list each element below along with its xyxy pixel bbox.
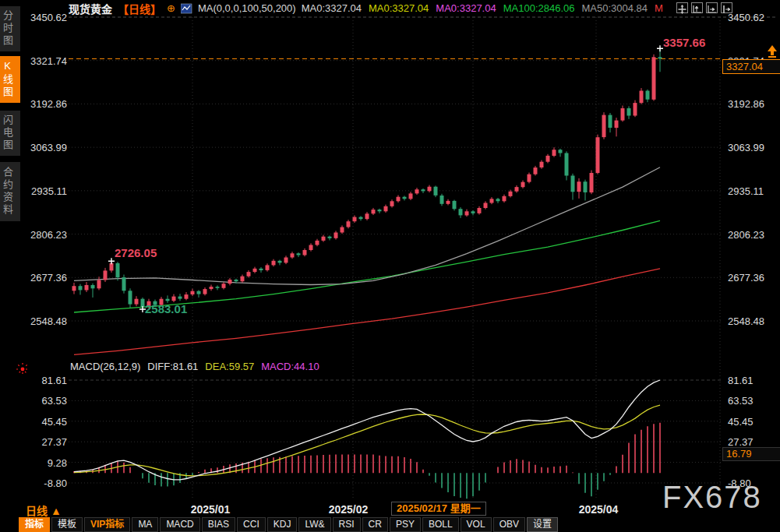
macd-axis-left-5: -8.80	[23, 477, 67, 489]
annotation-latest-high: 3357.66	[663, 36, 705, 49]
macd-macd-value: MACD:44.10	[261, 361, 319, 372]
price-axis-left-3: 3063.99	[23, 142, 67, 153]
ma-values: MA0:3327.04MA0:3327.04MA0:3327.04MA100:2…	[302, 2, 663, 14]
ma-legend-value-5: M	[655, 2, 663, 14]
date-label-3: 2025/04	[579, 503, 619, 516]
toolbar-button-0[interactable]: 指标	[19, 517, 50, 532]
ma-legend-value-3: MA100:2846.06	[503, 2, 575, 14]
zoom-vertical-icon[interactable]	[691, 2, 703, 13]
toolbar-button-2[interactable]: VIP指标	[84, 517, 130, 532]
price-axis-left-0: 3450.62	[23, 12, 67, 23]
price-up-arrow-icon	[766, 45, 778, 59]
toolbar-button-14[interactable]: OBV	[493, 517, 525, 532]
price-axis-right-3: 3063.99	[728, 142, 764, 153]
macd-formula: MACD(26,12,9)	[70, 361, 140, 372]
ma-legend-value-0: MA0:3327.04	[302, 2, 362, 14]
indicator-toolbar: 指标模板VIP指标MAMACDBIASCCIKDJLW&RSICRPSYBOLL…	[19, 517, 558, 532]
macd-diff-value: DIFF:81.61	[147, 361, 198, 372]
toolbar-button-11[interactable]: PSY	[390, 517, 421, 532]
macd-axis-right-3: 27.37	[728, 436, 754, 448]
macd-value-tag: 16.79	[722, 447, 780, 461]
toolbar-button-6[interactable]: CCI	[237, 517, 266, 532]
price-axis-right-2: 3192.86	[728, 98, 764, 110]
ma-settings-label: MA(0,0,0,100,50,200)	[198, 2, 296, 14]
macd-axis-left-1: 63.53	[23, 395, 67, 407]
zoom-horizontal-icon[interactable]	[706, 2, 718, 13]
macd-axis-left-3: 27.37	[23, 436, 67, 448]
annotation-swing-high: 2726.05	[115, 246, 157, 259]
price-axis-left-2: 3192.86	[23, 98, 67, 110]
chart-canvas[interactable]	[0, 0, 780, 532]
macd-axis-left-4: 9.28	[23, 457, 67, 469]
toolbar-button-15[interactable]: 设置	[527, 517, 558, 532]
price-axis-left-5: 2806.23	[23, 229, 67, 241]
macd-axis-left-2: 45.45	[23, 416, 67, 428]
chart-header: 现货黄金 【日线】 ⊕ MA(0,0,0,100,50,200) MA0:332…	[69, 2, 663, 15]
macd-axis-right-2: 45.45	[728, 416, 754, 428]
toolbar-button-12[interactable]: BOLL	[422, 517, 459, 532]
alert-blink-icon[interactable]	[15, 361, 30, 377]
symbol-name: 现货黄金	[69, 1, 112, 16]
price-axis-right-4: 2935.11	[728, 185, 764, 197]
crosshair-date-tag: 2025/02/17 星期一	[391, 502, 486, 516]
ma-legend-value-1: MA0:3327.04	[369, 2, 429, 14]
period-tag[interactable]: 【日线】	[118, 1, 161, 16]
ma-legend-value-2: MA0:3327.04	[436, 2, 496, 14]
toolbar-button-1[interactable]: 模板	[51, 517, 83, 532]
price-axis-right-6: 2677.36	[728, 272, 764, 284]
toolbar-button-9[interactable]: RSI	[333, 517, 361, 532]
toolbar-button-8[interactable]: LW&	[298, 517, 330, 532]
toolbar-button-4[interactable]: MACD	[160, 517, 199, 532]
toolbar-button-3[interactable]: MA	[132, 517, 158, 532]
price-axis-left-7: 2548.48	[23, 315, 67, 327]
ma-legend-value-4: MA50:3004.84	[581, 2, 648, 14]
sidebar-tab-0[interactable]: 分时图	[0, 6, 20, 51]
toolbar-button-7[interactable]: KDJ	[267, 517, 298, 532]
macd-axis-right-1: 63.53	[728, 395, 754, 407]
price-axis-left-4: 2935.11	[23, 185, 67, 197]
toolbar-button-5[interactable]: BIAS	[202, 517, 235, 532]
sidebar-tab-2[interactable]: 闪电图	[0, 111, 20, 156]
last-price-tag: 3327.04	[722, 59, 780, 74]
macd-dea-value: DEA:59.57	[205, 361, 254, 372]
macd-legend: MACD(26,12,9) DIFF:81.61 DEA:59.57 MACD:…	[70, 361, 319, 372]
date-label-1: 2025/02	[329, 503, 369, 516]
annotation-swing-low: 2583.01	[145, 302, 187, 315]
price-axis-right-0: 3450.62	[728, 12, 764, 23]
sidebar-tab-3[interactable]: 合约资料	[0, 162, 20, 221]
brand-watermark: FX678	[662, 480, 762, 515]
trading-app-window: 分时图K线图闪电图合约资料 现货黄金 【日线】 ⊕ MA(0,0,0,100,5…	[0, 0, 780, 532]
price-axis-right-7: 2548.48	[728, 315, 764, 327]
price-axis-left-6: 2677.36	[23, 272, 67, 284]
toolbar-button-10[interactable]: CR	[362, 517, 388, 532]
date-label-0: 2025/01	[191, 503, 231, 516]
toolbar-button-13[interactable]: VOL	[461, 517, 492, 532]
add-indicator-icon[interactable]: ⊕	[167, 2, 175, 14]
chart-type-sidebar: 分时图K线图闪电图合约资料	[0, 0, 20, 532]
price-axis-right-5: 2806.23	[728, 229, 764, 241]
kline-chart-icon[interactable]	[181, 3, 192, 14]
pan-icon[interactable]	[676, 2, 688, 13]
period-selector[interactable]: 日线 ▲	[26, 502, 62, 518]
macd-axis-right-0: 81.61	[728, 375, 754, 386]
price-axis-left-1: 3321.74	[23, 55, 67, 67]
sidebar-tab-1[interactable]: K线图	[0, 56, 20, 103]
